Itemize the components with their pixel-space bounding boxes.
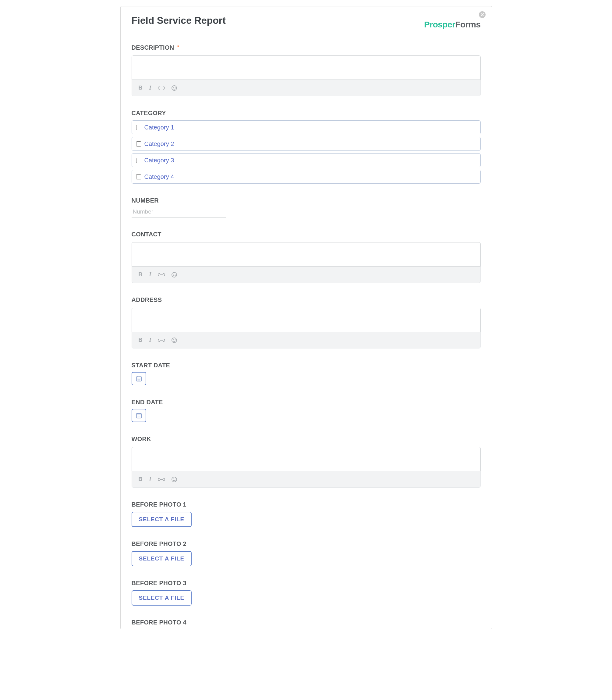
svg-point-7 bbox=[173, 339, 173, 340]
section-address: ADDRESS B I bbox=[131, 296, 481, 349]
svg-point-4 bbox=[173, 274, 173, 274]
address-input[interactable] bbox=[131, 308, 481, 332]
emoji-button[interactable] bbox=[171, 272, 177, 278]
emoji-icon bbox=[171, 337, 177, 343]
description-toolbar: B I bbox=[131, 80, 481, 96]
category-label-4: Category 4 bbox=[144, 173, 174, 180]
label-work: WORK bbox=[131, 436, 481, 443]
close-icon bbox=[481, 13, 484, 16]
category-label-3: Category 3 bbox=[144, 157, 174, 164]
category-option-2[interactable]: Category 2 bbox=[131, 137, 481, 151]
start-date-picker[interactable] bbox=[131, 372, 146, 385]
label-end-date: END DATE bbox=[131, 399, 481, 406]
category-option-1[interactable]: Category 1 bbox=[131, 120, 481, 134]
emoji-icon bbox=[171, 477, 177, 482]
label-before-photo-2: BEFORE PHOTO 2 bbox=[131, 541, 481, 547]
italic-button[interactable]: I bbox=[149, 337, 151, 343]
bold-button[interactable]: B bbox=[139, 271, 142, 278]
section-description: DESCRIPTION * B I bbox=[131, 44, 481, 96]
category-label-1: Category 1 bbox=[144, 124, 174, 131]
section-start-date: START DATE bbox=[131, 362, 481, 385]
calendar-icon bbox=[136, 375, 142, 382]
label-start-date: START DATE bbox=[131, 362, 481, 369]
label-number: NUMBER bbox=[131, 197, 481, 204]
svg-rect-15 bbox=[136, 414, 141, 418]
svg-point-23 bbox=[175, 478, 175, 479]
header: Field Service Report ProsperForms bbox=[131, 15, 481, 30]
link-button[interactable] bbox=[158, 272, 165, 277]
description-input[interactable] bbox=[131, 55, 481, 80]
italic-button[interactable]: I bbox=[149, 476, 151, 482]
emoji-icon bbox=[171, 85, 177, 91]
link-button[interactable] bbox=[158, 338, 165, 342]
category-option-4[interactable]: Category 4 bbox=[131, 170, 481, 184]
category-checkbox-4[interactable] bbox=[136, 174, 141, 179]
svg-point-3 bbox=[172, 272, 177, 277]
link-button[interactable] bbox=[158, 477, 165, 481]
svg-point-2 bbox=[175, 87, 175, 87]
svg-point-22 bbox=[173, 478, 173, 479]
number-input[interactable] bbox=[131, 207, 226, 218]
link-button[interactable] bbox=[158, 86, 165, 90]
section-before-photo-1: BEFORE PHOTO 1 SELECT A FILE bbox=[131, 501, 481, 527]
form-title: Field Service Report bbox=[131, 15, 226, 26]
select-file-button-2[interactable]: SELECT A FILE bbox=[131, 551, 192, 566]
link-icon bbox=[158, 477, 165, 481]
label-category: CATEGORY bbox=[131, 110, 481, 117]
logo-part-1: Prosper bbox=[424, 20, 455, 29]
contact-toolbar: B I bbox=[131, 267, 481, 283]
label-description-text: DESCRIPTION bbox=[131, 44, 174, 51]
work-input[interactable] bbox=[131, 447, 481, 471]
label-contact: CONTACT bbox=[131, 231, 481, 238]
category-option-3[interactable]: Category 3 bbox=[131, 153, 481, 167]
label-before-photo-4: BEFORE PHOTO 4 bbox=[131, 619, 481, 626]
category-list: Category 1 Category 2 Category 3 Categor… bbox=[131, 120, 481, 184]
label-address: ADDRESS bbox=[131, 296, 481, 304]
svg-point-5 bbox=[175, 274, 175, 274]
svg-point-21 bbox=[172, 477, 177, 482]
svg-point-1 bbox=[173, 87, 173, 87]
emoji-button[interactable] bbox=[171, 337, 177, 343]
section-category: CATEGORY Category 1 Category 2 Category … bbox=[131, 110, 481, 184]
section-work: WORK B I bbox=[131, 436, 481, 488]
category-checkbox-1[interactable] bbox=[136, 125, 141, 130]
svg-point-0 bbox=[172, 86, 177, 90]
section-before-photo-2: BEFORE PHOTO 2 SELECT A FILE bbox=[131, 541, 481, 566]
italic-button[interactable]: I bbox=[149, 85, 151, 91]
svg-rect-9 bbox=[136, 377, 141, 381]
bold-button[interactable]: B bbox=[139, 476, 142, 482]
select-file-button-1[interactable]: SELECT A FILE bbox=[131, 512, 192, 527]
category-checkbox-2[interactable] bbox=[136, 141, 141, 146]
svg-point-6 bbox=[172, 338, 177, 343]
italic-button[interactable]: I bbox=[149, 271, 151, 278]
contact-input[interactable] bbox=[131, 242, 481, 267]
logo-part-2: Forms bbox=[455, 20, 481, 29]
bold-button[interactable]: B bbox=[139, 85, 142, 91]
select-file-button-3[interactable]: SELECT A FILE bbox=[131, 590, 192, 605]
section-before-photo-3: BEFORE PHOTO 3 SELECT A FILE bbox=[131, 580, 481, 605]
link-icon bbox=[158, 272, 165, 277]
work-toolbar: B I bbox=[131, 471, 481, 488]
section-before-photo-4: BEFORE PHOTO 4 bbox=[131, 619, 481, 626]
emoji-button[interactable] bbox=[171, 85, 177, 91]
calendar-icon bbox=[136, 412, 142, 419]
form-modal: Field Service Report ProsperForms DESCRI… bbox=[120, 6, 492, 629]
emoji-button[interactable] bbox=[171, 477, 177, 482]
section-number: NUMBER bbox=[131, 197, 481, 218]
emoji-icon bbox=[171, 272, 177, 278]
end-date-picker[interactable] bbox=[131, 409, 146, 422]
category-label-2: Category 2 bbox=[144, 140, 174, 148]
link-icon bbox=[158, 86, 165, 90]
bold-button[interactable]: B bbox=[139, 337, 142, 343]
svg-point-8 bbox=[175, 339, 175, 340]
close-button[interactable] bbox=[479, 11, 486, 18]
address-toolbar: B I bbox=[131, 332, 481, 349]
label-description: DESCRIPTION * bbox=[131, 44, 481, 51]
link-icon bbox=[158, 338, 165, 342]
label-before-photo-1: BEFORE PHOTO 1 bbox=[131, 501, 481, 508]
label-before-photo-3: BEFORE PHOTO 3 bbox=[131, 580, 481, 587]
section-contact: CONTACT B I bbox=[131, 231, 481, 283]
cutoff-spacer bbox=[131, 626, 481, 629]
section-end-date: END DATE bbox=[131, 399, 481, 422]
category-checkbox-3[interactable] bbox=[136, 158, 141, 163]
